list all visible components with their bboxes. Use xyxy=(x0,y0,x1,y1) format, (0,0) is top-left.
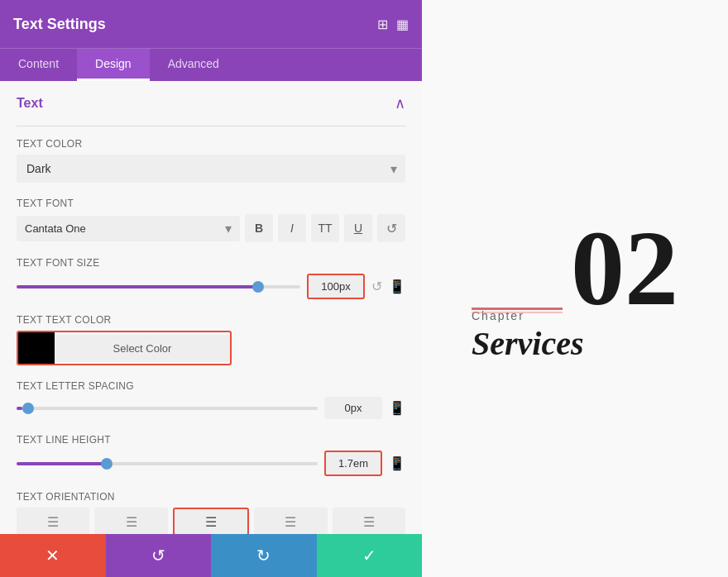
font-size-input[interactable] xyxy=(307,274,365,299)
line-height-slider-row: 📱 xyxy=(17,451,405,476)
letter-spacing-input[interactable] xyxy=(324,397,382,419)
panel-title: Text Settings xyxy=(13,16,106,33)
bottom-bar: ✕ ↺ ↻ ✓ xyxy=(0,534,422,577)
orient-justify-button[interactable]: ☰ xyxy=(333,508,405,534)
chapter-number: 02 xyxy=(571,214,678,322)
font-size-slider-row: ↺ 📱 xyxy=(17,274,405,299)
undo-button[interactable]: ↺ xyxy=(106,534,212,577)
orientation-row: ☰ ☰ ☰ ☰ ☰ xyxy=(17,508,405,534)
text-letter-spacing-field: Text Letter Spacing 📱 xyxy=(17,380,405,419)
panel-header: Text Settings ⊞ ▦ xyxy=(0,0,422,48)
text-font-label: Text Font xyxy=(17,198,405,209)
text-line-height-field: Text Line Height 📱 xyxy=(17,434,405,476)
text-letter-spacing-label: Text Letter Spacing xyxy=(17,380,405,392)
section-header: Text ∧ xyxy=(17,94,405,112)
orient-right-button[interactable]: ☰ xyxy=(254,508,327,534)
line-height-device-icon[interactable]: 📱 xyxy=(389,455,405,471)
font-controls: Cantata One ▾ B I TT U ↺ xyxy=(17,214,405,242)
font-size-reset-button[interactable]: ↺ xyxy=(371,279,382,294)
text-text-color-label: Text Text Color xyxy=(17,314,405,326)
color-swatch[interactable] xyxy=(18,332,55,364)
letter-spacing-slider-row: 📱 xyxy=(17,397,405,419)
text-text-color-field: Text Text Color Select Color xyxy=(17,314,405,365)
text-orientation-label: Text Orientation xyxy=(17,491,405,503)
italic-button[interactable]: I xyxy=(278,214,306,242)
text-orientation-field: Text Orientation ☰ ☰ ☰ ☰ ☰ xyxy=(17,491,405,534)
confirm-button[interactable]: ✓ xyxy=(317,534,423,577)
bold-button[interactable]: B xyxy=(245,214,273,242)
tt-button[interactable]: TT xyxy=(311,214,339,242)
letter-spacing-track xyxy=(17,407,318,410)
text-font-size-label: Text Font Size xyxy=(17,257,405,269)
panel-tabs: Content Design Advanced xyxy=(0,48,422,81)
redo-button[interactable]: ↻ xyxy=(211,534,317,577)
font-select[interactable]: Cantata One xyxy=(17,216,240,241)
line-height-thumb[interactable] xyxy=(101,458,113,470)
header-icons: ⊞ ▦ xyxy=(377,17,409,32)
tab-content[interactable]: Content xyxy=(0,49,77,81)
collapse-icon[interactable]: ∧ xyxy=(395,94,405,112)
font-size-thumb[interactable] xyxy=(252,281,264,293)
text-color-select[interactable]: Dark Light xyxy=(17,155,405,183)
orient-center-active-button[interactable]: ☰ xyxy=(173,508,249,534)
color-picker-row: Select Color xyxy=(17,331,232,365)
font-select-wrapper: Cantata One ▾ xyxy=(17,216,240,241)
letter-spacing-thumb[interactable] xyxy=(22,403,34,414)
settings-panel: Text Settings ⊞ ▦ Content Design Advance… xyxy=(0,0,422,577)
select-color-button[interactable]: Select Color xyxy=(55,335,230,362)
font-reset-button[interactable]: ↺ xyxy=(377,214,405,242)
chapter-name: Services xyxy=(472,324,678,363)
preview-panel: 02 Chapter Services xyxy=(422,0,728,577)
cancel-button[interactable]: ✕ xyxy=(0,534,106,577)
grid-icon[interactable]: ▦ xyxy=(396,17,409,32)
section-divider xyxy=(17,126,405,126)
line-height-input[interactable] xyxy=(324,451,382,476)
text-color-field: Text Color Dark Light ▾ xyxy=(17,138,405,183)
letter-spacing-device-icon[interactable]: 📱 xyxy=(389,400,405,416)
tab-design[interactable]: Design xyxy=(77,49,150,81)
text-font-field: Text Font Cantata One ▾ B I TT U ↺ xyxy=(17,198,405,242)
chapter-content: 02 Chapter Services xyxy=(472,214,678,363)
fullscreen-icon[interactable]: ⊞ xyxy=(377,17,388,32)
font-size-device-icon[interactable]: 📱 xyxy=(389,279,405,294)
orient-center-button[interactable]: ☰ xyxy=(94,508,167,534)
panel-content: Text ∧ Text Color Dark Light ▾ Text Font… xyxy=(0,81,422,534)
text-font-size-field: Text Font Size ↺ 📱 xyxy=(17,257,405,299)
section-title: Text xyxy=(17,96,43,111)
text-color-label: Text Color xyxy=(17,138,405,150)
text-color-select-wrapper: Dark Light ▾ xyxy=(17,155,405,183)
font-size-track xyxy=(17,285,300,288)
text-line-height-label: Text Line Height xyxy=(17,434,405,446)
line-height-track xyxy=(17,462,318,465)
underline-button[interactable]: U xyxy=(344,214,372,242)
orient-left-button[interactable]: ☰ xyxy=(17,508,89,534)
tab-advanced[interactable]: Advanced xyxy=(150,49,237,81)
